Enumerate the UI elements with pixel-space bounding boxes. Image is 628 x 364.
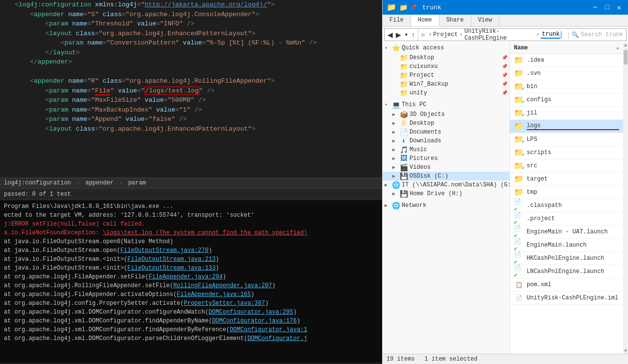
- code-area[interactable]: <log4j:configuration xmlns:log4j="http:/…: [0, 0, 382, 178]
- console-link[interactable]: RollingFileAppender.java:207: [173, 282, 272, 289]
- sidebar-item-3dobjects[interactable]: ▶ 📦 3D Objects: [383, 110, 509, 119]
- network-icon: 🌐: [391, 202, 400, 209]
- search-box[interactable]: 🔍 Search trunk: [568, 31, 626, 39]
- folder-icon: 📁: [386, 2, 396, 12]
- file-row-pom[interactable]: 📋 pom.xml: [510, 278, 623, 292]
- folder-icon: 📁: [399, 81, 408, 88]
- sidebar-item-cuixunxu[interactable]: 📁 cuixunxu 📌: [383, 62, 509, 71]
- file-row-src[interactable]: 📁✔ src: [510, 159, 623, 173]
- console-output[interactable]: Program Files\Java\jdk1.8.0_161\bin\java…: [0, 200, 382, 363]
- scrollbar[interactable]: ▲ ▼: [623, 43, 628, 354]
- console-link[interactable]: DOMConfigurator.java:1: [230, 326, 307, 333]
- console-link[interactable]: FileOutputStream.java:270: [121, 247, 209, 254]
- file-row-classpath[interactable]: 📄✔ .classpath: [510, 199, 623, 212]
- address-path[interactable]: ⊞ › Project › UnityRisk-CashPLEngine › t…: [418, 28, 568, 42]
- folder-icon: ⬇: [399, 137, 408, 144]
- file-row-unityrisk[interactable]: 📄 UnityRisk-CashPLEngine.iml: [510, 292, 623, 305]
- folder-icon: 🎬: [399, 164, 408, 171]
- this-pc-header[interactable]: ▾ 💻 This PC: [383, 99, 509, 110]
- sidebar-item-desktop-pc[interactable]: ▶ 🖥 Desktop: [383, 119, 509, 128]
- file-row-project-file[interactable]: 📄✔ .project: [510, 212, 623, 226]
- breadcrumb-item[interactable]: appender: [85, 180, 114, 186]
- nav-tree[interactable]: ▾ ⭐ Quick access 📁 Desktop 📌 📁 cuixunxu …: [383, 43, 510, 354]
- forward-button[interactable]: ▶: [395, 31, 402, 39]
- file-icon: 📄✔: [514, 267, 524, 276]
- file-row-bin[interactable]: 📁✔ bin: [510, 80, 623, 93]
- folder-icon: 📁: [514, 68, 524, 78]
- drive-icon: 💾: [399, 190, 408, 197]
- console-link[interactable]: FileOutputStream.java:213: [127, 256, 216, 263]
- scroll-thumb[interactable]: [624, 50, 628, 65]
- file-row-target[interactable]: 📁 target: [510, 173, 623, 186]
- quick-access-header[interactable]: ▾ ⭐ Quick access: [383, 43, 509, 53]
- code-line: <param name="ConversionPattern" value="%…: [0, 38, 382, 48]
- sidebar-item-videos[interactable]: ▶ 🎬 Videos: [383, 163, 509, 172]
- sidebar-item-project[interactable]: 📁 Project 📌: [383, 71, 509, 80]
- file-row-tmp[interactable]: 📁 tmp: [510, 186, 623, 199]
- network-header[interactable]: ▶ 🌐 Network: [383, 200, 509, 211]
- console-link[interactable]: DOMConfigurator.java:176: [212, 318, 297, 324]
- scroll-down-button[interactable]: ▼: [624, 348, 627, 354]
- recent-button[interactable]: ▼: [403, 32, 410, 37]
- tab-home[interactable]: Home: [411, 15, 439, 26]
- sidebar-item-unity[interactable]: 📁 unity 📌: [383, 89, 509, 97]
- folder-icon: 📁✔: [514, 108, 524, 118]
- sidebar-item-pictures[interactable]: ▶ 🖼 Pictures: [383, 154, 509, 163]
- minimize-button[interactable]: ─: [590, 3, 600, 12]
- console-link[interactable]: FileAppender.java:294: [148, 273, 222, 280]
- file-row-configs[interactable]: 📁✔ configs: [510, 93, 623, 107]
- path-part-engine[interactable]: UnityRisk-CashPLEngine: [464, 28, 534, 42]
- code-line: <param name="Append" value="false" />: [0, 114, 382, 124]
- tab-view[interactable]: View: [471, 15, 500, 26]
- file-row-jil[interactable]: 📁✔ jil: [510, 107, 623, 120]
- console-line: at org.apache.log4j.xml.DOMConfigurator.…: [4, 325, 378, 334]
- title-left: 📁 📁 📌 trunk: [386, 2, 441, 12]
- file-row-hkcash[interactable]: 📄✔ HKCashPnlEngine.launch: [510, 252, 623, 265]
- sidebar-item-music[interactable]: ▶ 🎵 Music: [383, 145, 509, 154]
- path-part-trunk[interactable]: trunk: [541, 31, 560, 39]
- console-line: at org.apache.log4j.RollingFileAppender.…: [4, 281, 378, 290]
- file-icon: 📄✔: [514, 240, 524, 250]
- file-row-idea[interactable]: 📁 .idea: [510, 54, 623, 67]
- back-button[interactable]: ◀: [386, 31, 394, 39]
- collapse-arrow: ▶: [392, 129, 399, 135]
- breadcrumb-item[interactable]: log4j:configuration: [4, 180, 71, 186]
- up-button[interactable]: ↑: [411, 31, 416, 39]
- breadcrumb-item[interactable]: param: [128, 180, 146, 186]
- file-row-enginemain-uat[interactable]: 📄✔ EngineMain - UAT.launch: [510, 226, 623, 239]
- tab-file[interactable]: File: [383, 15, 411, 26]
- folder-icon: 📁: [399, 90, 408, 96]
- sidebar-item-downloads[interactable]: ▶ ⬇ Downloads: [383, 136, 509, 145]
- console-link[interactable]: FileOutputStream.java:133: [127, 265, 216, 272]
- console-line: at org.apache.log4j.config.PropertySette…: [4, 299, 378, 308]
- file-icon: 📄: [514, 293, 524, 303]
- console-link[interactable]: DOMConfigurator.j: [247, 335, 307, 342]
- sidebar-item-documents[interactable]: ▶ 📄 Documents: [383, 128, 509, 136]
- console-link[interactable]: PropertySetter.java:307: [184, 300, 265, 307]
- path-part-project[interactable]: Project: [433, 31, 458, 38]
- file-list[interactable]: Name ▲ 📁 .idea 📁 .svn 📁✔ bin: [510, 43, 623, 354]
- sidebar-item-osdisk[interactable]: ▶ 💾 OSDisk (C:): [383, 172, 509, 181]
- tab-share[interactable]: Share: [439, 15, 471, 26]
- close-button[interactable]: ✕: [614, 3, 624, 12]
- sidebar-item-homedrive[interactable]: ▶ 💾 Home Drive (H:): [383, 189, 509, 198]
- file-row-svn[interactable]: 📁 .svn: [510, 67, 623, 80]
- console-line: a.io.FileNotFoundException: \logs\test.l…: [4, 228, 378, 237]
- scroll-up-button[interactable]: ▲: [624, 43, 627, 48]
- file-row-scripts[interactable]: 📁✔ scripts: [510, 146, 623, 159]
- console-link[interactable]: DOMConfigurator.java:295: [209, 309, 293, 316]
- sidebar-item-desktop[interactable]: 📁 Desktop 📌: [383, 53, 509, 62]
- explorer-title: trunk: [422, 4, 441, 11]
- folder-icon: 📁: [399, 63, 408, 70]
- file-row-logs[interactable]: 📁 logs: [510, 120, 623, 133]
- collapse-arrow: ▶: [392, 147, 399, 153]
- file-row-lps[interactable]: 📁✔ LPS: [510, 133, 623, 146]
- pin-icon: 📌: [502, 81, 507, 87]
- file-row-enginemain[interactable]: 📄✔ EngineMain.launch: [510, 239, 623, 252]
- sidebar-item-win7backup[interactable]: 📁 Win7_Backup 📌: [383, 80, 509, 89]
- maximize-button[interactable]: □: [602, 3, 612, 12]
- file-icon: 📄✔: [514, 201, 524, 210]
- console-link[interactable]: FileAppender.java:165: [177, 291, 251, 298]
- sidebar-item-sha[interactable]: ▶ 🌐 IT (\\ASIAPAC.nom\Data\SHA) (G:): [383, 181, 509, 189]
- file-row-lncash[interactable]: 📄✔ LNCashPnlEngine.launch: [510, 265, 623, 278]
